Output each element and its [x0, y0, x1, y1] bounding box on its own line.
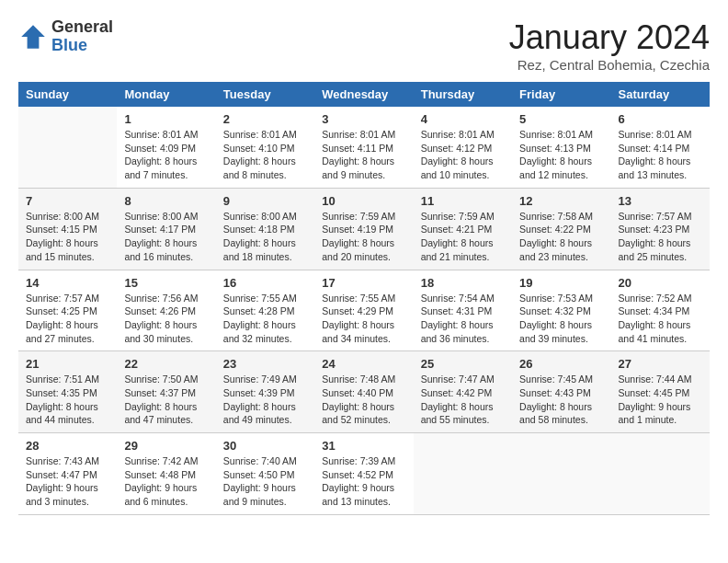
calendar-cell	[512, 433, 610, 515]
day-number: 18	[421, 276, 505, 290]
title-area: January 2024 Rez, Central Bohemia, Czech…	[509, 18, 710, 73]
calendar-cell: 20Sunrise: 7:52 AMSunset: 4:34 PMDayligh…	[611, 270, 710, 351]
day-info: Sunrise: 7:51 AMSunset: 4:35 PMDaylight:…	[26, 373, 99, 425]
day-info: Sunrise: 8:01 AMSunset: 4:10 PMDaylight:…	[223, 129, 297, 180]
calendar-cell: 31Sunrise: 7:39 AMSunset: 4:52 PMDayligh…	[314, 433, 413, 515]
day-number: 1	[124, 112, 208, 126]
weekday-header-row: SundayMondayTuesdayWednesdayThursdayFrid…	[18, 82, 710, 107]
day-info: Sunrise: 7:54 AMSunset: 4:31 PMDaylight:…	[421, 293, 495, 344]
day-info: Sunrise: 7:44 AMSunset: 4:45 PMDaylight:…	[619, 373, 692, 425]
calendar-cell: 19Sunrise: 7:53 AMSunset: 4:32 PMDayligh…	[512, 270, 610, 351]
week-row-3: 14Sunrise: 7:57 AMSunset: 4:25 PMDayligh…	[18, 270, 710, 351]
logo-text: General Blue	[51, 18, 113, 55]
calendar-cell: 15Sunrise: 7:56 AMSunset: 4:26 PMDayligh…	[117, 270, 215, 351]
day-info: Sunrise: 7:43 AMSunset: 4:47 PMDaylight:…	[26, 455, 99, 507]
week-row-4: 21Sunrise: 7:51 AMSunset: 4:35 PMDayligh…	[18, 351, 710, 433]
weekday-header-tuesday: Tuesday	[216, 82, 314, 107]
calendar-cell: 23Sunrise: 7:49 AMSunset: 4:39 PMDayligh…	[216, 351, 314, 433]
week-row-1: 1Sunrise: 8:01 AMSunset: 4:09 PMDaylight…	[18, 107, 710, 188]
calendar-cell: 12Sunrise: 7:58 AMSunset: 4:22 PMDayligh…	[512, 188, 610, 270]
day-number: 10	[322, 194, 405, 208]
day-number: 23	[223, 357, 307, 371]
calendar-cell: 27Sunrise: 7:44 AMSunset: 4:45 PMDayligh…	[611, 351, 710, 433]
day-number: 7	[26, 194, 109, 208]
day-info: Sunrise: 7:45 AMSunset: 4:43 PMDaylight:…	[519, 373, 593, 425]
day-number: 15	[124, 276, 208, 290]
day-number: 22	[124, 357, 208, 371]
calendar-cell: 3Sunrise: 8:01 AMSunset: 4:11 PMDaylight…	[314, 107, 413, 188]
day-info: Sunrise: 7:40 AMSunset: 4:50 PMDaylight:…	[223, 455, 297, 507]
day-info: Sunrise: 7:57 AMSunset: 4:25 PMDaylight:…	[26, 293, 99, 344]
calendar-cell: 16Sunrise: 7:55 AMSunset: 4:28 PMDayligh…	[216, 270, 314, 351]
day-number: 27	[619, 357, 702, 371]
calendar-cell: 9Sunrise: 8:00 AMSunset: 4:18 PMDaylight…	[216, 188, 314, 270]
weekday-header-thursday: Thursday	[414, 82, 512, 107]
day-number: 12	[519, 194, 603, 208]
day-info: Sunrise: 7:56 AMSunset: 4:26 PMDaylight:…	[124, 293, 198, 344]
day-number: 26	[519, 357, 603, 371]
day-number: 24	[322, 357, 405, 371]
day-info: Sunrise: 7:47 AMSunset: 4:42 PMDaylight:…	[421, 373, 495, 425]
day-info: Sunrise: 7:53 AMSunset: 4:32 PMDaylight:…	[519, 293, 593, 344]
day-number: 17	[322, 276, 405, 290]
day-info: Sunrise: 7:59 AMSunset: 4:21 PMDaylight:…	[421, 211, 495, 262]
day-info: Sunrise: 8:00 AMSunset: 4:18 PMDaylight:…	[223, 211, 297, 262]
calendar-cell: 10Sunrise: 7:59 AMSunset: 4:19 PMDayligh…	[314, 188, 413, 270]
calendar-cell: 30Sunrise: 7:40 AMSunset: 4:50 PMDayligh…	[216, 433, 314, 515]
day-info: Sunrise: 7:59 AMSunset: 4:19 PMDaylight:…	[322, 211, 395, 262]
day-info: Sunrise: 7:39 AMSunset: 4:52 PMDaylight:…	[322, 455, 395, 507]
calendar-cell: 13Sunrise: 7:57 AMSunset: 4:23 PMDayligh…	[611, 188, 710, 270]
day-number: 6	[619, 112, 702, 126]
calendar-cell: 21Sunrise: 7:51 AMSunset: 4:35 PMDayligh…	[18, 351, 117, 433]
day-number: 8	[124, 194, 208, 208]
day-number: 16	[223, 276, 307, 290]
calendar-cell	[414, 433, 512, 515]
day-number: 31	[322, 439, 405, 453]
calendar-cell: 5Sunrise: 8:01 AMSunset: 4:13 PMDaylight…	[512, 107, 610, 188]
logo-icon	[18, 22, 48, 52]
location-subtitle: Rez, Central Bohemia, Czechia	[509, 57, 710, 73]
calendar-cell: 2Sunrise: 8:01 AMSunset: 4:10 PMDaylight…	[216, 107, 314, 188]
day-info: Sunrise: 7:55 AMSunset: 4:28 PMDaylight:…	[223, 293, 297, 344]
day-number: 9	[223, 194, 307, 208]
calendar-cell: 29Sunrise: 7:42 AMSunset: 4:48 PMDayligh…	[117, 433, 215, 515]
day-number: 3	[322, 112, 405, 126]
day-info: Sunrise: 7:52 AMSunset: 4:34 PMDaylight:…	[619, 293, 692, 344]
day-number: 13	[619, 194, 702, 208]
day-info: Sunrise: 7:50 AMSunset: 4:37 PMDaylight:…	[124, 373, 198, 425]
day-info: Sunrise: 7:42 AMSunset: 4:48 PMDaylight:…	[124, 455, 198, 507]
day-number: 11	[421, 194, 505, 208]
calendar-cell: 24Sunrise: 7:48 AMSunset: 4:40 PMDayligh…	[314, 351, 413, 433]
calendar-cell: 28Sunrise: 7:43 AMSunset: 4:47 PMDayligh…	[18, 433, 117, 515]
day-number: 20	[619, 276, 702, 290]
calendar-cell	[611, 433, 710, 515]
weekday-header-sunday: Sunday	[18, 82, 117, 107]
day-number: 29	[124, 439, 208, 453]
weekday-header-saturday: Saturday	[611, 82, 710, 107]
day-number: 21	[26, 357, 109, 371]
calendar-cell: 22Sunrise: 7:50 AMSunset: 4:37 PMDayligh…	[117, 351, 215, 433]
day-info: Sunrise: 8:01 AMSunset: 4:14 PMDaylight:…	[619, 129, 692, 180]
page-header: General Blue January 2024 Rez, Central B…	[18, 18, 710, 73]
day-info: Sunrise: 7:58 AMSunset: 4:22 PMDaylight:…	[519, 211, 593, 262]
day-number: 5	[519, 112, 603, 126]
day-number: 2	[223, 112, 307, 126]
week-row-2: 7Sunrise: 8:00 AMSunset: 4:15 PMDaylight…	[18, 188, 710, 270]
day-info: Sunrise: 8:01 AMSunset: 4:09 PMDaylight:…	[124, 129, 198, 180]
month-title: January 2024	[509, 18, 710, 57]
day-info: Sunrise: 8:00 AMSunset: 4:17 PMDaylight:…	[124, 211, 198, 262]
calendar-cell: 8Sunrise: 8:00 AMSunset: 4:17 PMDaylight…	[117, 188, 215, 270]
calendar-cell: 6Sunrise: 8:01 AMSunset: 4:14 PMDaylight…	[611, 107, 710, 188]
logo-general: General	[51, 18, 113, 37]
day-info: Sunrise: 7:57 AMSunset: 4:23 PMDaylight:…	[619, 211, 692, 262]
calendar-cell: 7Sunrise: 8:00 AMSunset: 4:15 PMDaylight…	[18, 188, 117, 270]
week-row-5: 28Sunrise: 7:43 AMSunset: 4:47 PMDayligh…	[18, 433, 710, 515]
calendar-cell: 11Sunrise: 7:59 AMSunset: 4:21 PMDayligh…	[414, 188, 512, 270]
day-info: Sunrise: 8:01 AMSunset: 4:12 PMDaylight:…	[421, 129, 495, 180]
calendar-table: SundayMondayTuesdayWednesdayThursdayFrid…	[18, 82, 710, 515]
calendar-cell: 4Sunrise: 8:01 AMSunset: 4:12 PMDaylight…	[414, 107, 512, 188]
weekday-header-friday: Friday	[512, 82, 610, 107]
day-number: 14	[26, 276, 109, 290]
calendar-cell: 17Sunrise: 7:55 AMSunset: 4:29 PMDayligh…	[314, 270, 413, 351]
calendar-cell: 1Sunrise: 8:01 AMSunset: 4:09 PMDaylight…	[117, 107, 215, 188]
